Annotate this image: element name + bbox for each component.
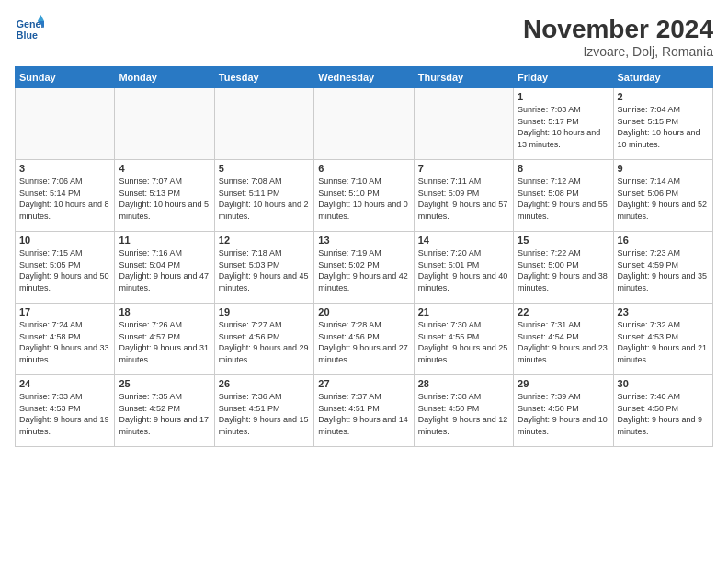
day-number: 5 <box>219 163 310 174</box>
day-info: Sunrise: 7:22 AMSunset: 5:00 PMDaylight:… <box>518 247 609 293</box>
day-info: Sunrise: 7:30 AMSunset: 4:55 PMDaylight:… <box>418 319 509 365</box>
calendar-cell: 19Sunrise: 7:27 AMSunset: 4:56 PMDayligh… <box>214 304 313 375</box>
th-monday: Monday <box>115 67 214 88</box>
day-info: Sunrise: 7:10 AMSunset: 5:10 PMDaylight:… <box>318 176 409 222</box>
day-info: Sunrise: 7:12 AMSunset: 5:08 PMDaylight:… <box>518 176 609 222</box>
calendar-cell: 21Sunrise: 7:30 AMSunset: 4:55 PMDayligh… <box>414 304 513 375</box>
day-number: 21 <box>418 306 509 317</box>
day-info: Sunrise: 7:23 AMSunset: 4:59 PMDaylight:… <box>618 247 709 293</box>
day-info: Sunrise: 7:11 AMSunset: 5:09 PMDaylight:… <box>418 176 509 222</box>
calendar-cell: 1Sunrise: 7:03 AMSunset: 5:17 PMDaylight… <box>514 88 613 160</box>
day-info: Sunrise: 7:16 AMSunset: 5:04 PMDaylight:… <box>119 247 210 293</box>
day-number: 16 <box>618 235 709 246</box>
day-number: 7 <box>418 163 509 174</box>
calendar-cell: 23Sunrise: 7:32 AMSunset: 4:53 PMDayligh… <box>613 304 712 375</box>
day-number: 24 <box>19 378 110 389</box>
calendar-cell: 15Sunrise: 7:22 AMSunset: 5:00 PMDayligh… <box>514 232 613 304</box>
day-number: 2 <box>618 91 709 102</box>
calendar-cell: 5Sunrise: 7:08 AMSunset: 5:11 PMDaylight… <box>214 160 313 232</box>
calendar-cell <box>314 88 414 160</box>
day-number: 15 <box>518 235 609 246</box>
calendar-cell: 30Sunrise: 7:40 AMSunset: 4:50 PMDayligh… <box>613 375 712 447</box>
day-number: 8 <box>518 163 609 174</box>
week-row-1: 3Sunrise: 7:06 AMSunset: 5:14 PMDaylight… <box>16 160 713 232</box>
day-number: 28 <box>418 378 509 389</box>
calendar-cell <box>115 88 214 160</box>
calendar-cell: 9Sunrise: 7:14 AMSunset: 5:06 PMDaylight… <box>613 160 712 232</box>
day-info: Sunrise: 7:15 AMSunset: 5:05 PMDaylight:… <box>19 247 110 293</box>
th-saturday: Saturday <box>613 67 712 88</box>
day-info: Sunrise: 7:38 AMSunset: 4:50 PMDaylight:… <box>418 391 509 437</box>
calendar-cell: 17Sunrise: 7:24 AMSunset: 4:58 PMDayligh… <box>16 304 115 375</box>
page: General Blue November 2024 Izvoare, Dolj… <box>0 0 728 563</box>
day-info: Sunrise: 7:07 AMSunset: 5:13 PMDaylight:… <box>119 176 210 222</box>
day-number: 22 <box>518 306 609 317</box>
day-info: Sunrise: 7:33 AMSunset: 4:53 PMDaylight:… <box>19 391 110 437</box>
location: Izvoare, Dolj, Romania <box>523 44 713 59</box>
day-number: 13 <box>318 235 409 246</box>
week-row-3: 17Sunrise: 7:24 AMSunset: 4:58 PMDayligh… <box>16 304 713 375</box>
day-info: Sunrise: 7:08 AMSunset: 5:11 PMDaylight:… <box>219 176 310 222</box>
logo: General Blue <box>15 15 44 44</box>
day-info: Sunrise: 7:18 AMSunset: 5:03 PMDaylight:… <box>219 247 310 293</box>
calendar-cell: 18Sunrise: 7:26 AMSunset: 4:57 PMDayligh… <box>115 304 214 375</box>
day-number: 17 <box>19 306 110 317</box>
day-info: Sunrise: 7:20 AMSunset: 5:01 PMDaylight:… <box>418 247 509 293</box>
calendar-cell <box>214 88 313 160</box>
calendar-cell: 29Sunrise: 7:39 AMSunset: 4:50 PMDayligh… <box>514 375 613 447</box>
calendar-cell: 28Sunrise: 7:38 AMSunset: 4:50 PMDayligh… <box>414 375 513 447</box>
day-number: 6 <box>318 163 409 174</box>
day-info: Sunrise: 7:03 AMSunset: 5:17 PMDaylight:… <box>518 104 609 150</box>
day-info: Sunrise: 7:37 AMSunset: 4:51 PMDaylight:… <box>318 391 409 437</box>
calendar-cell <box>16 88 115 160</box>
week-row-0: 1Sunrise: 7:03 AMSunset: 5:17 PMDaylight… <box>16 88 713 160</box>
weekday-header-row: Sunday Monday Tuesday Wednesday Thursday… <box>16 67 713 88</box>
day-number: 26 <box>219 378 310 389</box>
day-info: Sunrise: 7:19 AMSunset: 5:02 PMDaylight:… <box>318 247 409 293</box>
day-number: 19 <box>219 306 310 317</box>
day-number: 3 <box>19 163 110 174</box>
day-info: Sunrise: 7:14 AMSunset: 5:06 PMDaylight:… <box>618 176 709 222</box>
day-number: 9 <box>618 163 709 174</box>
day-number: 12 <box>219 235 310 246</box>
day-number: 14 <box>418 235 509 246</box>
day-info: Sunrise: 7:06 AMSunset: 5:14 PMDaylight:… <box>19 176 110 222</box>
day-info: Sunrise: 7:36 AMSunset: 4:51 PMDaylight:… <box>219 391 310 437</box>
title-block: November 2024 Izvoare, Dolj, Romania <box>523 15 713 59</box>
day-number: 11 <box>119 235 210 246</box>
calendar-cell: 3Sunrise: 7:06 AMSunset: 5:14 PMDaylight… <box>16 160 115 232</box>
week-row-2: 10Sunrise: 7:15 AMSunset: 5:05 PMDayligh… <box>16 232 713 304</box>
day-info: Sunrise: 7:32 AMSunset: 4:53 PMDaylight:… <box>618 319 709 365</box>
calendar-cell: 13Sunrise: 7:19 AMSunset: 5:02 PMDayligh… <box>314 232 414 304</box>
month-title: November 2024 <box>523 15 713 44</box>
calendar-cell: 16Sunrise: 7:23 AMSunset: 4:59 PMDayligh… <box>613 232 712 304</box>
calendar-cell: 2Sunrise: 7:04 AMSunset: 5:15 PMDaylight… <box>613 88 712 160</box>
day-info: Sunrise: 7:04 AMSunset: 5:15 PMDaylight:… <box>618 104 709 150</box>
week-row-4: 24Sunrise: 7:33 AMSunset: 4:53 PMDayligh… <box>16 375 713 447</box>
logo-icon: General Blue <box>15 15 44 44</box>
calendar-cell: 12Sunrise: 7:18 AMSunset: 5:03 PMDayligh… <box>214 232 313 304</box>
day-info: Sunrise: 7:35 AMSunset: 4:52 PMDaylight:… <box>119 391 210 437</box>
calendar-cell: 11Sunrise: 7:16 AMSunset: 5:04 PMDayligh… <box>115 232 214 304</box>
calendar-cell: 8Sunrise: 7:12 AMSunset: 5:08 PMDaylight… <box>514 160 613 232</box>
calendar-cell: 25Sunrise: 7:35 AMSunset: 4:52 PMDayligh… <box>115 375 214 447</box>
th-friday: Friday <box>514 67 613 88</box>
header: General Blue November 2024 Izvoare, Dolj… <box>15 15 713 59</box>
th-thursday: Thursday <box>414 67 513 88</box>
day-info: Sunrise: 7:28 AMSunset: 4:56 PMDaylight:… <box>318 319 409 365</box>
th-sunday: Sunday <box>16 67 115 88</box>
day-number: 30 <box>618 378 709 389</box>
day-info: Sunrise: 7:24 AMSunset: 4:58 PMDaylight:… <box>19 319 110 365</box>
th-tuesday: Tuesday <box>214 67 313 88</box>
day-number: 10 <box>19 235 110 246</box>
day-number: 27 <box>318 378 409 389</box>
calendar-cell: 6Sunrise: 7:10 AMSunset: 5:10 PMDaylight… <box>314 160 414 232</box>
day-info: Sunrise: 7:27 AMSunset: 4:56 PMDaylight:… <box>219 319 310 365</box>
day-info: Sunrise: 7:31 AMSunset: 4:54 PMDaylight:… <box>518 319 609 365</box>
svg-text:Blue: Blue <box>17 29 38 40</box>
day-number: 25 <box>119 378 210 389</box>
calendar-cell: 20Sunrise: 7:28 AMSunset: 4:56 PMDayligh… <box>314 304 414 375</box>
day-number: 18 <box>119 306 210 317</box>
day-number: 20 <box>318 306 409 317</box>
calendar-cell: 14Sunrise: 7:20 AMSunset: 5:01 PMDayligh… <box>414 232 513 304</box>
